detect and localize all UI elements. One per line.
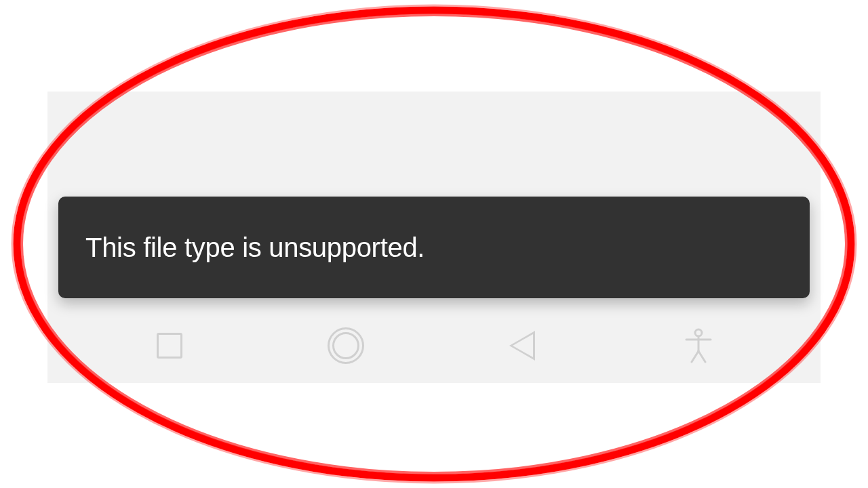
triangle-left-icon bbox=[509, 331, 535, 361]
accessibility-icon bbox=[684, 328, 713, 363]
android-nav-bar bbox=[47, 312, 821, 380]
recent-apps-button[interactable] bbox=[149, 325, 190, 366]
screen-panel: This file type is unsupported. bbox=[47, 92, 821, 383]
square-icon bbox=[157, 333, 182, 359]
svg-line-3 bbox=[692, 351, 698, 362]
toast-snackbar: This file type is unsupported. bbox=[58, 197, 810, 298]
home-button[interactable] bbox=[326, 325, 366, 366]
svg-point-0 bbox=[695, 329, 702, 336]
svg-line-4 bbox=[698, 351, 705, 362]
accessibility-button[interactable] bbox=[678, 325, 719, 366]
back-button[interactable] bbox=[502, 325, 542, 366]
circle-icon bbox=[328, 327, 364, 364]
toast-text: This file type is unsupported. bbox=[85, 232, 425, 263]
